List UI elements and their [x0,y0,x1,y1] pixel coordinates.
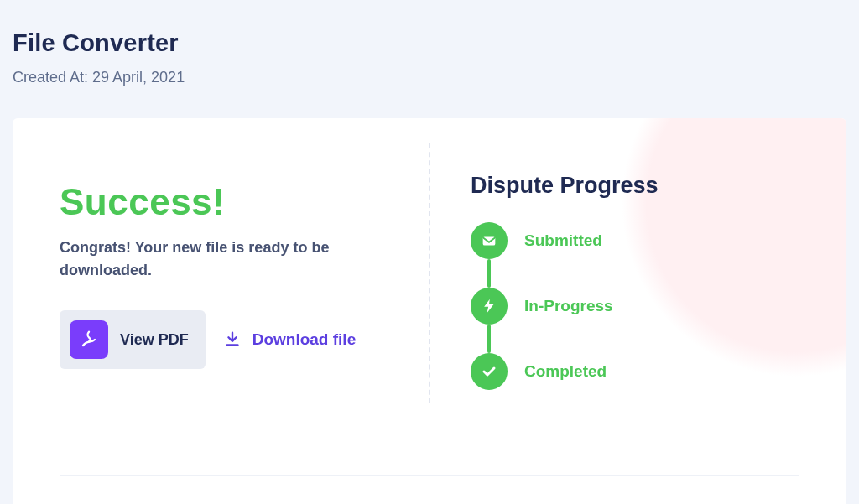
created-at-value: 29 April, 2021 [92,69,185,86]
progress-connector [487,259,491,288]
progress-connector [487,325,491,353]
check-icon [471,353,508,390]
success-message: Congrats! Your new file is ready to be d… [60,236,378,282]
download-file-button[interactable]: Download file [222,310,357,369]
bolt-icon [471,288,508,325]
download-icon [222,330,242,350]
progress-step-completed: Completed [471,353,799,390]
view-pdf-button[interactable]: View PDF [60,310,206,369]
progress-step-label: Completed [524,362,607,381]
result-card: Success! Congrats! Your new file is read… [13,118,846,504]
action-row: View PDF Download file [60,310,412,369]
progress-step-in-progress: In-Progress [471,288,799,325]
created-at-prefix: Created At: [13,69,92,86]
created-at: Created At: 29 April, 2021 [13,69,846,86]
progress-step-label: Submitted [524,231,602,250]
pdf-icon [70,320,108,359]
card-divider-bottom [60,475,799,476]
success-title: Success! [60,181,412,223]
progress-step-label: In-Progress [524,297,613,315]
progress-steps: Submitted In-Progress [471,222,799,390]
view-pdf-label: View PDF [120,331,189,349]
progress-step-submitted: Submitted [471,222,799,259]
mail-icon [471,222,508,259]
progress-title: Dispute Progress [471,173,799,199]
result-left: Success! Congrats! Your new file is read… [60,181,429,390]
download-file-label: Download file [252,330,357,349]
page-title: File Converter [13,29,846,57]
progress-panel: Dispute Progress Submitted [429,181,799,390]
